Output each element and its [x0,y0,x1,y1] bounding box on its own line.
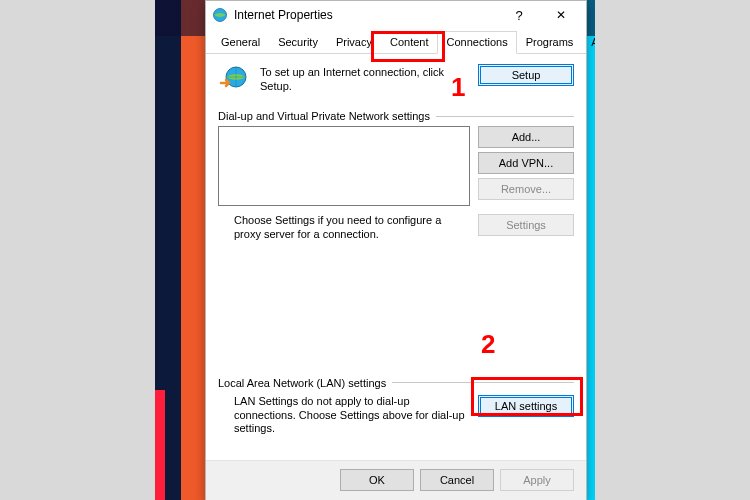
tab-privacy[interactable]: Privacy [327,31,381,53]
help-icon: ? [515,8,522,23]
setup-row: To set up an Internet connection, click … [218,64,574,96]
add-button[interactable]: Add... [478,126,574,148]
lan-caption: Local Area Network (LAN) settings [218,377,386,389]
close-button[interactable]: ✕ [540,1,582,29]
lan-text: LAN Settings do not apply to dial-up con… [218,395,470,436]
dialup-caption: Dial-up and Virtual Private Network sett… [218,110,430,122]
tab-advanced[interactable]: Advanced [582,31,595,53]
internet-properties-dialog: Internet Properties ? ✕ General Security… [205,0,587,500]
dialup-settings-button[interactable]: Settings [478,214,574,236]
tab-general[interactable]: General [212,31,269,53]
titlebar: Internet Properties ? ✕ [206,1,586,29]
dialup-group: Dial-up and Virtual Private Network sett… [218,110,574,242]
setup-button[interactable]: Setup [478,64,574,86]
dialog-body: To set up an Internet connection, click … [206,54,586,460]
help-button[interactable]: ? [498,1,540,29]
lan-group: Local Area Network (LAN) settings LAN Se… [218,377,574,436]
caption-divider [392,382,574,383]
setup-text: To set up an Internet connection, click … [260,64,468,94]
proxy-desc-text: Choose Settings if you need to configure… [218,214,470,242]
tab-strip: General Security Privacy Content Connect… [206,31,586,54]
dialup-listbox[interactable] [218,126,470,206]
window-title: Internet Properties [234,8,498,22]
tab-programs[interactable]: Programs [517,31,583,53]
globe-setup-icon [218,64,250,96]
cancel-button[interactable]: Cancel [420,469,494,491]
tab-security[interactable]: Security [269,31,327,53]
tab-content[interactable]: Content [381,31,438,53]
lan-settings-button[interactable]: LAN settings [478,395,574,417]
internet-options-icon [212,7,228,23]
close-icon: ✕ [556,8,566,22]
add-vpn-button[interactable]: Add VPN... [478,152,574,174]
ok-button[interactable]: OK [340,469,414,491]
tab-connections[interactable]: Connections [437,31,516,54]
caption-divider [436,116,574,117]
dialog-footer: OK Cancel Apply [206,460,586,500]
remove-button[interactable]: Remove... [478,178,574,200]
apply-button[interactable]: Apply [500,469,574,491]
